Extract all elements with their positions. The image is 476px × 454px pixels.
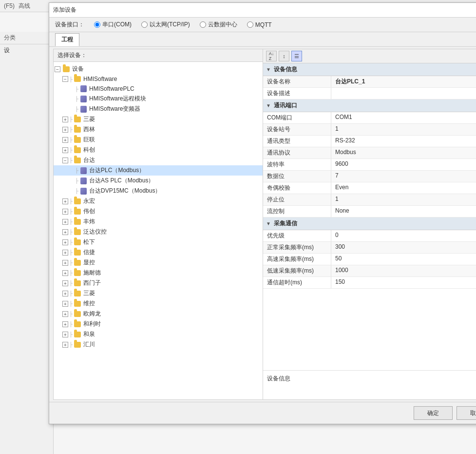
tree-expand-songxia[interactable]: + xyxy=(61,238,69,246)
tree-node-fanda[interactable]: +├ 泛达仪控 xyxy=(54,227,263,237)
tree-node-hmi_vfd[interactable]: ├ HMISoftware变频器 xyxy=(54,104,263,114)
tree-expand-weikong[interactable]: + xyxy=(61,300,69,308)
radio-cloud[interactable]: 云数据中心 xyxy=(200,20,237,29)
tree-expand-fengwei[interactable]: + xyxy=(61,218,69,226)
expand-icon-sanjing2[interactable]: + xyxy=(62,291,68,296)
radio-com-input[interactable] xyxy=(94,21,100,28)
radio-mqtt-input[interactable] xyxy=(247,21,253,28)
tree-node-fengwei[interactable]: +├ 丰炜 xyxy=(54,217,263,227)
prop-value[interactable]: 300 xyxy=(331,242,476,253)
tree-expand-oumelon[interactable]: + xyxy=(61,310,69,318)
tree-expand-shineide[interactable]: + xyxy=(61,269,69,277)
tree-node-huchuan[interactable]: +├ 汇川 xyxy=(54,339,263,350)
tree-expand-kechuang[interactable]: + xyxy=(61,146,69,154)
radio-mqtt[interactable]: MQTT xyxy=(247,21,272,28)
radio-tcp-input[interactable] xyxy=(141,21,148,28)
tree-node-yonghong[interactable]: +├ 永宏 xyxy=(54,196,263,206)
tree-expand-huchuan[interactable]: + xyxy=(61,341,69,349)
expand-icon-xinjie[interactable]: + xyxy=(62,250,68,256)
expand-icon-hequan[interactable]: + xyxy=(62,332,68,337)
prop-value[interactable]: 150 xyxy=(331,277,476,288)
tree-node-xilin[interactable]: +├ 西林 xyxy=(54,124,263,135)
prop-value[interactable]: 1 xyxy=(331,124,476,135)
tab-project[interactable]: 工程 xyxy=(55,33,79,46)
tree-expand-sanjing[interactable]: + xyxy=(61,116,69,123)
tree-node-xinjie[interactable]: +├ 信捷 xyxy=(54,247,263,257)
tree-node-oumelon[interactable]: +├ 欧姆龙 xyxy=(54,309,263,319)
expand-icon-hmi[interactable]: − xyxy=(62,76,68,82)
prop-value[interactable]: Even xyxy=(331,182,476,194)
prop-value[interactable]: 50 xyxy=(331,254,476,265)
expand-icon-fanda[interactable]: + xyxy=(62,229,68,235)
tree-expand-weichuang[interactable]: + xyxy=(61,208,69,216)
tree-expand-xilin[interactable]: + xyxy=(61,126,69,134)
tree-node-songxia[interactable]: +├ 松下 xyxy=(54,237,263,247)
expand-icon-root[interactable]: − xyxy=(55,66,60,72)
tree-node-sanjing2[interactable]: +├ 三菱 xyxy=(54,288,263,298)
prop-value[interactable]: 9600 xyxy=(331,159,476,170)
prop-value[interactable]: None xyxy=(331,206,476,217)
tree-node-hmi_plc[interactable]: ├ HMISoftwarePLC xyxy=(54,84,263,94)
prop-value[interactable]: COM1 xyxy=(331,112,476,123)
tree-expand-julian[interactable]: + xyxy=(61,136,69,144)
tree-node-taida_as[interactable]: ├ 台达AS PLC（Modbus） xyxy=(54,176,263,186)
expand-icon-weichuang[interactable]: + xyxy=(62,209,68,215)
radio-cloud-input[interactable] xyxy=(200,21,206,28)
expand-icon-sanjing[interactable]: + xyxy=(62,117,68,122)
tree-node-root[interactable]: −设备 xyxy=(54,64,263,74)
prop-section-collect-comm[interactable]: ▼采集通信 xyxy=(263,217,476,230)
tree-node-helishi[interactable]: +├ 和利时 xyxy=(54,319,263,329)
expand-icon-helishi[interactable]: + xyxy=(62,321,68,327)
prop-value[interactable]: 台达PLC_1 xyxy=(331,76,476,87)
tree-expand-xinjie[interactable]: + xyxy=(61,249,69,257)
prop-value[interactable]: 1000 xyxy=(331,265,476,276)
tree-node-sanjing[interactable]: +├ 三菱 xyxy=(54,114,263,124)
tree-node-hequan[interactable]: +├ 和泉 xyxy=(54,329,263,339)
tree-expand-helishi[interactable]: + xyxy=(61,320,69,328)
tree-expand-root[interactable]: − xyxy=(54,65,61,73)
tree-node-hmi_remote[interactable]: ├ HMISoftware远程模块 xyxy=(54,94,263,104)
expand-icon-shineide[interactable]: + xyxy=(62,270,68,276)
props-view-btn[interactable]: ☰ xyxy=(291,51,302,61)
expand-icon-taida[interactable]: − xyxy=(62,158,68,163)
tree-node-kechuang[interactable]: +├ 科创 xyxy=(54,145,263,155)
prop-value[interactable]: RS-232 xyxy=(331,136,476,147)
expand-icon-xianekong[interactable]: + xyxy=(62,260,68,266)
tree-expand-xianekong[interactable]: + xyxy=(61,259,69,267)
expand-icon-weikong[interactable]: + xyxy=(62,301,68,307)
tree-node-hmi[interactable]: −├ HMISoftware xyxy=(54,74,263,84)
cancel-button[interactable]: 取消 xyxy=(457,406,476,420)
expand-icon-julian[interactable]: + xyxy=(62,137,68,143)
expand-icon-fengwei[interactable]: + xyxy=(62,219,68,225)
tree-node-taida_plc[interactable]: ├ 台达PLC（Modbus） xyxy=(54,165,263,176)
radio-tcp[interactable]: 以太网(TCP/IP) xyxy=(141,20,190,29)
prop-value[interactable] xyxy=(331,88,476,99)
device-tree[interactable]: −设备−├ HMISoftware├ HMISoftwarePLC├ HMISo… xyxy=(54,62,263,399)
tree-node-xianekong[interactable]: +├ 显控 xyxy=(54,257,263,268)
expand-icon-huchuan[interactable]: + xyxy=(62,342,68,348)
expand-icon-ximen[interactable]: + xyxy=(62,280,68,286)
sort-alpha-btn[interactable]: ↕ xyxy=(279,51,289,61)
tree-node-taida_dvp[interactable]: ├ 台达DVP15MC（Modbus） xyxy=(54,186,263,196)
prop-value[interactable]: 1 xyxy=(331,194,476,205)
tree-expand-sanjing2[interactable]: + xyxy=(61,290,69,297)
prop-section-device-info[interactable]: ▼设备信息 xyxy=(263,63,476,76)
prop-value[interactable]: Modbus xyxy=(331,147,476,158)
tree-expand-ximen[interactable]: + xyxy=(61,279,69,287)
tree-node-weichuang[interactable]: +├ 伟创 xyxy=(54,206,263,217)
tree-expand-taida[interactable]: − xyxy=(61,157,69,164)
tree-expand-hequan[interactable]: + xyxy=(61,331,69,338)
expand-icon-yonghong[interactable]: + xyxy=(62,198,68,204)
expand-icon-kechuang[interactable]: + xyxy=(62,147,68,153)
prop-value[interactable]: 0 xyxy=(331,230,476,241)
prop-value[interactable]: 7 xyxy=(331,171,476,182)
expand-icon-oumelon[interactable]: + xyxy=(62,311,68,317)
expand-icon-songxia[interactable]: + xyxy=(62,239,68,245)
expand-icon-xilin[interactable]: + xyxy=(62,127,68,133)
tree-node-weikong[interactable]: +├ 维控 xyxy=(54,298,263,309)
tree-expand-fanda[interactable]: + xyxy=(61,228,69,236)
tree-node-shineide[interactable]: +├ 施耐德 xyxy=(54,268,263,278)
ok-button[interactable]: 确定 xyxy=(414,406,453,420)
radio-com[interactable]: 串口(COM) xyxy=(94,20,132,29)
tree-node-ximen[interactable]: +├ 西门子 xyxy=(54,278,263,288)
